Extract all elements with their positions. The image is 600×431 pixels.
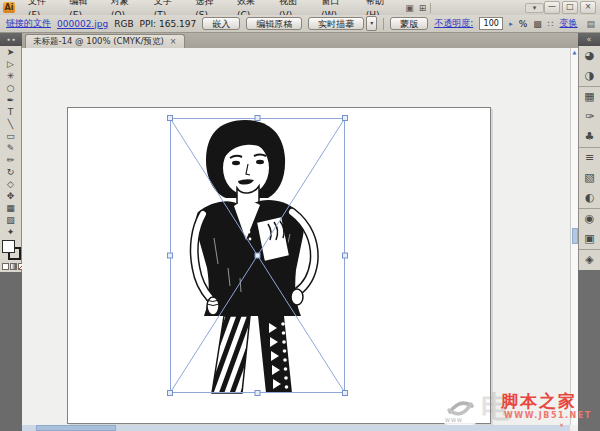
live-trace-button[interactable]: 实时描摹 — [308, 17, 364, 30]
ppi-label: PPI: 165.197 — [140, 19, 197, 29]
opacity-input[interactable]: 100 — [479, 17, 503, 30]
menubar-separator — [430, 3, 431, 13]
gradient-panel[interactable]: ▧ — [579, 168, 600, 188]
panel-menu-icon[interactable]: ▤ — [586, 19, 600, 29]
maximize-button[interactable]: □ — [562, 1, 578, 14]
dock-collapse-chevron[interactable]: « — [578, 33, 600, 46]
fill-swatch[interactable] — [2, 240, 15, 253]
color-mode-button[interactable] — [2, 263, 9, 270]
symbols-panel[interactable]: ♣ — [579, 127, 600, 148]
transparency-panel[interactable]: ◐ — [579, 188, 600, 209]
canvas-pasteboard[interactable] — [22, 48, 570, 425]
tab-close-icon[interactable]: × — [170, 35, 177, 48]
percent-label: % — [519, 19, 528, 29]
go-bridge-icon[interactable]: ▣ — [405, 3, 414, 13]
minimize-button[interactable]: — — [544, 1, 560, 14]
document-tab[interactable]: 未标题-14 @ 100% (CMYK/预览) × — [25, 34, 185, 48]
graphic-styles-panel[interactable]: ▣ — [579, 229, 600, 250]
stroke-panel[interactable]: ≡ — [579, 148, 600, 168]
rectangle-tool[interactable]: ▭ — [0, 130, 21, 142]
opacity-dropdown-icon[interactable]: ▸ — [509, 20, 513, 28]
paintbrush-tool[interactable]: ✎ — [0, 142, 21, 154]
pen-tool[interactable]: ✒ — [0, 94, 21, 106]
opacity-label[interactable]: 不透明度: — [434, 17, 473, 30]
document-tab-bar: 未标题-14 @ 100% (CMYK/预览) × — [22, 33, 578, 49]
magic-wand-tool[interactable]: ✳ — [0, 70, 21, 82]
horizontal-scroll-thumb[interactable] — [36, 425, 116, 431]
illustrator-window: Ai 文件(F)编辑(E)对象(O)文字(T)选择(S)效果(C)视图(V)窗口… — [0, 0, 600, 431]
transform-link[interactable]: 变换 — [560, 17, 578, 30]
vertical-scrollbar[interactable]: ▲ — [570, 48, 578, 425]
fill-stroke-controls — [0, 238, 22, 272]
type-tool[interactable]: T — [0, 106, 21, 118]
color-guide-panel[interactable]: ◑ — [579, 66, 600, 87]
window-controls: — □ × — [544, 1, 600, 14]
style-grid-icon[interactable]: ▩ — [533, 19, 542, 29]
horizontal-scrollbar[interactable] — [22, 425, 570, 431]
gradient-tool[interactable]: ▧ — [0, 214, 21, 226]
rotate-tool[interactable]: ↻ — [0, 166, 21, 178]
mask-button[interactable]: 蒙版 — [390, 17, 428, 30]
scale-tool[interactable]: ◇ — [0, 178, 21, 190]
live-trace-dropdown-icon[interactable]: ▾ — [366, 16, 377, 31]
linked-file-label[interactable]: 链接的文件 — [6, 17, 51, 30]
edit-original-button[interactable]: 编辑原稿 — [246, 17, 302, 30]
controlbar-separator — [383, 18, 384, 30]
close-button[interactable]: × — [580, 1, 596, 14]
selection-tool[interactable]: ➤ — [0, 46, 21, 58]
selection-bounding-box[interactable] — [170, 118, 345, 393]
direct-selection-tool[interactable]: ▷ — [0, 58, 21, 70]
app-logo-icon[interactable]: Ai — [3, 2, 15, 13]
arrange-documents-icon[interactable]: ⊞ — [419, 3, 427, 13]
swatches-panel[interactable]: ▦ — [579, 87, 600, 107]
color-mode-label: RGB — [114, 19, 133, 29]
color-panel[interactable]: ◕ — [579, 46, 600, 66]
scroll-up-icon[interactable]: ▲ — [571, 48, 578, 57]
placed-linked-image[interactable] — [170, 118, 345, 393]
tools-panel-header[interactable]: ∙∙ — [0, 33, 22, 46]
tools-strip: ∙∙ ➤▷✳○✒T╲▭✎✏↻◇✥▦▧✦ — [0, 33, 22, 431]
mesh-tool[interactable]: ▦ — [0, 202, 21, 214]
eyedropper-tool[interactable]: ✦ — [0, 226, 21, 238]
layers-panel[interactable]: ◈ — [579, 250, 600, 270]
file-name-link[interactable]: 000002.jpg — [57, 19, 108, 29]
pencil-tool[interactable]: ✏ — [0, 154, 21, 166]
embed-button[interactable]: 嵌入 — [202, 17, 240, 30]
lasso-tool[interactable]: ○ — [0, 82, 21, 94]
appearance-panel[interactable]: ◉ — [579, 209, 600, 229]
workspace-switcher-dropdown[interactable]: ▾ — [525, 3, 544, 13]
gradient-mode-button[interactable] — [10, 263, 17, 270]
document-tab-title: 未标题-14 @ 100% (CMYK/预览) — [33, 35, 164, 48]
brushes-panel[interactable]: ✑ — [579, 107, 600, 127]
control-bar: 链接的文件 000002.jpg RGB PPI: 165.197 嵌入 编辑原… — [0, 15, 600, 33]
menu-bar: Ai 文件(F)编辑(E)对象(O)文字(T)选择(S)效果(C)视图(V)窗口… — [0, 0, 600, 16]
vertical-scroll-thumb[interactable] — [572, 228, 578, 244]
line-segment-tool[interactable]: ╲ — [0, 118, 21, 130]
selection-handle — [168, 116, 348, 396]
isolate-icon[interactable]: ∷ — [548, 19, 554, 29]
free-transform-tool[interactable]: ✥ — [0, 190, 21, 202]
panel-dock: « ◕◑▦✑♣≡▧◐◉▣◈ — [578, 33, 600, 431]
